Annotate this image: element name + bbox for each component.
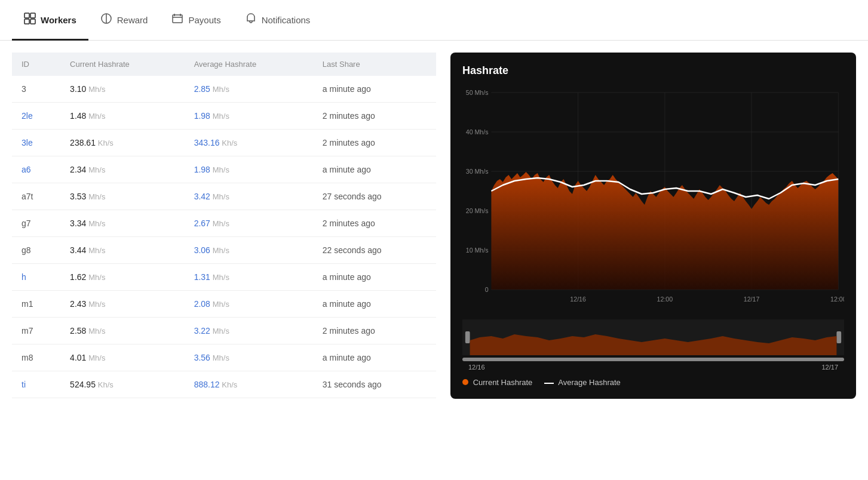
current-hashrate-cell: 2.34 Mh/s (60, 156, 185, 183)
hashrate-chart: Hashrate 50 Mh/s 40 Mh/s 30 Mh/s 20 M (450, 53, 856, 399)
current-hashrate-cell: 2.58 Mh/s (60, 318, 185, 344)
worker-id-cell[interactable]: 3le (12, 130, 60, 156)
payouts-icon (171, 13, 183, 27)
avg-hashrate-cell: 3.06 Mh/s (185, 237, 313, 264)
worker-id-link[interactable]: ti (22, 380, 26, 389)
current-hashrate-unit: Mh/s (88, 85, 105, 94)
current-hashrate-value: 3.44 (70, 245, 86, 255)
worker-id-cell[interactable]: ti (12, 371, 60, 398)
worker-id-cell[interactable]: m7 (12, 318, 60, 344)
worker-id-cell[interactable]: m1 (12, 291, 60, 318)
table-row: g83.44 Mh/s3.06 Mh/s22 seconds ago (12, 237, 436, 264)
chart-scrollbar[interactable] (462, 358, 844, 361)
last-share-cell: 31 seconds ago (313, 371, 436, 398)
current-hashrate-unit: Mh/s (88, 246, 105, 255)
avg-hashrate-value: 343.16 (194, 138, 220, 147)
nav-workers[interactable]: Workers (12, 0, 88, 41)
chart-title: Hashrate (462, 64, 844, 77)
avg-hashrate-unit: Mh/s (213, 353, 229, 362)
table-row: m12.43 Mh/s2.08 Mh/sa minute ago (12, 291, 436, 318)
worker-id-link[interactable]: 2le (22, 111, 33, 121)
avg-hashrate-value: 3.06 (194, 245, 210, 255)
table-body: 33.10 Mh/s2.85 Mh/sa minute ago2le1.48 M… (12, 76, 436, 398)
avg-hashrate-cell: 1.98 Mh/s (185, 103, 313, 130)
avg-hashrate-value: 3.42 (194, 192, 210, 201)
last-share-cell: 22 seconds ago (313, 237, 436, 264)
avg-hashrate-value: 3.56 (194, 353, 210, 362)
svg-text:0: 0 (485, 286, 489, 293)
avg-hashrate-unit: Mh/s (213, 112, 229, 121)
avg-hashrate-cell: 2.67 Mh/s (185, 210, 313, 237)
worker-id-link[interactable]: a6 (22, 165, 31, 174)
table-head: ID Current Hashrate Average Hashrate Las… (12, 53, 436, 76)
worker-id-cell[interactable]: m8 (12, 344, 60, 371)
current-hashrate-cell: 2.43 Mh/s (60, 291, 185, 318)
table-row: 2le1.48 Mh/s1.98 Mh/s2 minutes ago (12, 103, 436, 130)
col-last-share: Last Share (313, 53, 436, 76)
worker-id-cell[interactable]: 3 (12, 76, 60, 103)
workers-icon (24, 13, 36, 27)
avg-hashrate-cell: 3.42 Mh/s (185, 183, 313, 210)
current-hashrate-cell: 4.01 Mh/s (60, 344, 185, 371)
avg-hashrate-cell: 3.22 Mh/s (185, 318, 313, 344)
table-row: 33.10 Mh/s2.85 Mh/sa minute ago (12, 76, 436, 103)
worker-id-cell[interactable]: 2le (12, 103, 60, 130)
worker-id-link[interactable]: 3le (22, 138, 33, 147)
worker-id-cell[interactable]: a7t (12, 183, 60, 210)
svg-text:12:00: 12:00 (830, 296, 844, 303)
avg-hashrate-value: 1.98 (194, 111, 210, 121)
worker-id-cell[interactable]: a6 (12, 156, 60, 183)
table-row: 3le238.61 Kh/s343.16 Kh/s2 minutes ago (12, 130, 436, 156)
nav-notifications-label: Notifications (262, 15, 311, 25)
nav-reward-label: Reward (117, 15, 148, 25)
svg-rect-1 (30, 13, 35, 18)
svg-rect-35 (836, 331, 841, 343)
avg-hashrate-cell: 343.16 Kh/s (185, 130, 313, 156)
current-hashrate-unit: Kh/s (98, 139, 114, 147)
avg-hashrate-unit: Mh/s (213, 165, 229, 174)
legend-average-label: Average Hashrate (558, 378, 621, 387)
chart-legend: Current Hashrate Average Hashrate (462, 378, 844, 387)
avg-hashrate-unit: Mh/s (213, 327, 229, 336)
last-share-cell: a minute ago (313, 156, 436, 183)
svg-rect-2 (24, 19, 29, 24)
current-hashrate-unit: Mh/s (88, 273, 105, 282)
current-hashrate-cell: 3.10 Mh/s (60, 76, 185, 103)
current-hashrate-unit: Mh/s (88, 112, 105, 121)
table-row: a7t3.53 Mh/s3.42 Mh/s27 seconds ago (12, 183, 436, 210)
legend-average-dash (544, 383, 554, 384)
worker-id-cell[interactable]: h (12, 264, 60, 291)
current-hashrate-cell: 3.34 Mh/s (60, 210, 185, 237)
avg-hashrate-value: 1.98 (194, 165, 210, 174)
last-share-cell: 2 minutes ago (313, 103, 436, 130)
reward-icon (100, 13, 112, 27)
current-hashrate-value: 238.61 (70, 138, 96, 147)
nav-notifications[interactable]: Notifications (233, 0, 323, 41)
table-row: ti524.95 Kh/s888.12 Kh/s31 seconds ago (12, 371, 436, 398)
nav-reward[interactable]: Reward (88, 0, 160, 41)
current-hashrate-value: 4.01 (70, 353, 86, 362)
current-hashrate-unit: Mh/s (88, 219, 105, 228)
svg-text:12:00: 12:00 (657, 296, 673, 303)
table-row: a62.34 Mh/s1.98 Mh/sa minute ago (12, 156, 436, 183)
table-row: h1.62 Mh/s1.31 Mh/sa minute ago (12, 264, 436, 291)
last-share-cell: a minute ago (313, 264, 436, 291)
worker-id-link[interactable]: h (22, 272, 26, 282)
current-hashrate-cell: 3.44 Mh/s (60, 237, 185, 264)
nav-payouts[interactable]: Payouts (160, 0, 232, 41)
legend-average: Average Hashrate (544, 378, 620, 387)
workers-table-wrap: ID Current Hashrate Average Hashrate Las… (12, 53, 436, 399)
nav-bar: Workers Reward Payouts (0, 0, 868, 41)
avg-hashrate-cell: 2.08 Mh/s (185, 291, 313, 318)
notifications-icon (245, 13, 257, 27)
worker-id-cell[interactable]: g8 (12, 237, 60, 264)
last-share-cell: a minute ago (313, 344, 436, 371)
avg-hashrate-cell: 888.12 Kh/s (185, 371, 313, 398)
worker-id-cell[interactable]: g7 (12, 210, 60, 237)
avg-hashrate-cell: 3.56 Mh/s (185, 344, 313, 371)
chart-svg: 50 Mh/s 40 Mh/s 30 Mh/s 20 Mh/s 10 Mh/s … (462, 87, 844, 313)
current-hashrate-value: 1.62 (70, 272, 86, 282)
current-hashrate-cell: 1.48 Mh/s (60, 103, 185, 130)
svg-rect-0 (24, 13, 29, 18)
last-share-cell: a minute ago (313, 76, 436, 103)
